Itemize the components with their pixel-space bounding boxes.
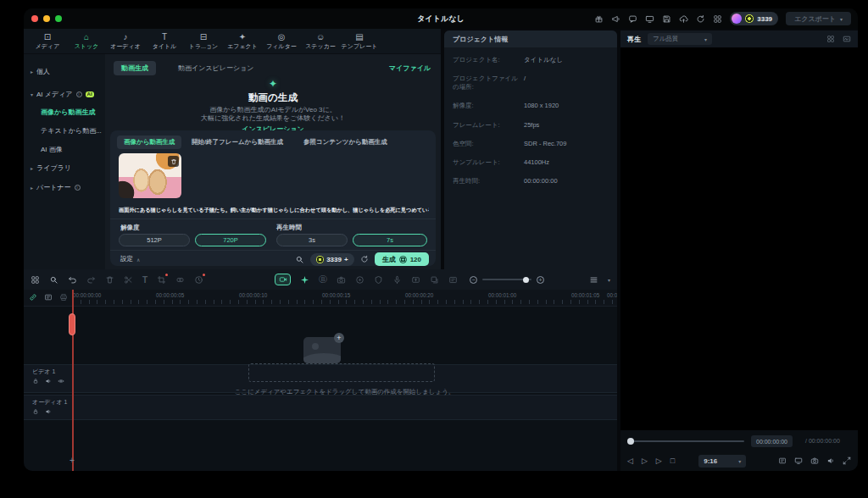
export-button[interactable]: エクスポート ▾ (786, 12, 851, 25)
instant-mode-icon[interactable] (355, 275, 364, 285)
fullscreen-icon[interactable] (843, 456, 851, 465)
sidebar-item-personal[interactable]: ▸個人 (24, 64, 105, 79)
multiview-icon[interactable] (826, 35, 835, 43)
tab-templates[interactable]: ▤テンプレート (341, 30, 378, 53)
eye-icon[interactable] (58, 378, 64, 385)
mute-icon[interactable] (45, 408, 52, 415)
track-height-icon[interactable] (589, 275, 598, 285)
tab-start-end-frame[interactable]: 開始/終了フレームから動画生成 (192, 138, 283, 147)
settings-toggle[interactable]: 設定∧ (120, 255, 140, 263)
audio-track-lane[interactable] (24, 395, 617, 420)
display-icon[interactable] (794, 456, 803, 465)
account-credits-pill[interactable]: 3339 (730, 12, 778, 25)
export-panel-icon[interactable] (411, 275, 420, 285)
shield-icon[interactable] (374, 275, 383, 285)
zoom-in-icon[interactable]: + (537, 276, 544, 284)
crop-icon[interactable] (157, 275, 166, 285)
lock-icon[interactable] (32, 408, 39, 415)
cloud-upload-icon[interactable] (679, 14, 688, 24)
next-frame-button[interactable]: ▷ (656, 456, 662, 465)
sidebar-item-ai-media[interactable]: ▾AI メディアiAI (24, 86, 105, 102)
aspect-ratio-dropdown[interactable]: 9:16▾ (698, 455, 746, 468)
video-record-icon[interactable] (275, 274, 291, 285)
marker-manager-icon[interactable] (44, 293, 53, 302)
mic-icon[interactable] (392, 275, 402, 285)
redo-icon[interactable] (86, 275, 96, 285)
tab-reference-content[interactable]: 参照コンテンツから動画生成 (303, 138, 387, 147)
chevron-down-icon[interactable]: ▾ (608, 277, 610, 283)
volume-icon[interactable] (826, 456, 835, 465)
timeline-zoom-slider[interactable] (482, 279, 531, 280)
generate-button[interactable]: 生成 120 (375, 252, 429, 266)
delete-image-button[interactable] (168, 156, 179, 167)
sidebar-item-library[interactable]: ▸ライブラリ (24, 160, 105, 175)
mark-in-icon[interactable] (778, 456, 787, 465)
my-files-link[interactable]: マイファイル (389, 64, 431, 73)
tab-stickers[interactable]: ☺ステッカー (302, 30, 339, 53)
undo-icon[interactable] (68, 275, 77, 285)
uploaded-image-thumbnail[interactable] (119, 153, 181, 198)
tab-filters[interactable]: ◎フィルター (263, 30, 300, 53)
zoom-out-icon[interactable]: − (470, 276, 477, 284)
tab-media[interactable]: ⊡メディア (29, 30, 66, 53)
media-view-icon[interactable] (31, 275, 40, 285)
camera-icon[interactable] (337, 275, 346, 285)
tab-image-to-video[interactable]: 画像から動画生成 (117, 136, 181, 149)
sync-icon[interactable] (696, 14, 705, 24)
blend-icon[interactable] (175, 275, 185, 285)
feedback-icon[interactable] (628, 14, 637, 24)
gift-icon[interactable] (594, 14, 604, 24)
sidebar-item-ai-image[interactable]: AI 画像 (24, 141, 105, 157)
prompt-preview-icon[interactable] (295, 255, 304, 264)
add-track-button[interactable]: + (70, 456, 75, 465)
zoom-tool-icon[interactable] (49, 275, 58, 285)
resolution-option-720p[interactable]: 720P (195, 234, 266, 246)
snap-link-icon[interactable] (29, 293, 37, 302)
sidebar-item-text-to-video[interactable]: テキストから動画... (24, 123, 105, 138)
tab-audio[interactable]: ♪オーディオ (107, 30, 144, 53)
snapshot-icon[interactable] (810, 456, 819, 465)
refresh-icon[interactable] (360, 255, 369, 263)
lock-icon[interactable] (32, 378, 39, 385)
ripple-icon[interactable] (448, 275, 458, 285)
resolution-option-512p[interactable]: 512P (119, 234, 190, 246)
speed-icon[interactable] (194, 275, 203, 285)
prev-frame-button[interactable]: ◁ (627, 456, 633, 465)
preview-viewport[interactable] (620, 47, 858, 430)
tab-video-inspiration[interactable]: 動画インスピレーション (178, 64, 254, 73)
mute-icon[interactable] (45, 378, 52, 385)
ai-sparkle-icon[interactable] (300, 275, 309, 285)
device-icon[interactable] (645, 14, 654, 24)
timeline-ruler[interactable]: 00:00:00:00 00:00:00:05 00:00:00:10 00:0… (24, 290, 617, 307)
credits-pill[interactable]: 3339 + (310, 253, 353, 266)
layers-icon[interactable] (430, 275, 439, 285)
save-icon[interactable] (662, 14, 671, 24)
duration-option-7s[interactable]: 7s (353, 234, 427, 246)
scrubber-track[interactable] (629, 440, 744, 442)
megaphone-icon[interactable] (611, 14, 620, 24)
media-dropzone[interactable] (248, 363, 435, 382)
stop-button[interactable]: □ (670, 456, 675, 465)
plugin-b-icon[interactable]: Ⓑ (319, 274, 327, 285)
tab-effects[interactable]: ✦エフェクト (224, 30, 261, 53)
current-timecode[interactable]: 00:00:00:00 (751, 435, 793, 447)
tab-stock[interactable]: ⌂ストック (68, 30, 105, 53)
text-tool-icon[interactable]: T (142, 275, 147, 285)
render-preview-icon[interactable] (59, 293, 68, 302)
sidebar-item-partner[interactable]: ▸パートナーi (24, 180, 105, 195)
quality-dropdown[interactable]: フル品質▾ (648, 33, 712, 45)
duration-option-3s[interactable]: 3s (276, 234, 348, 246)
scope-icon[interactable] (843, 35, 851, 43)
playhead-handle[interactable] (69, 313, 75, 335)
tab-titles[interactable]: Tタイトル (146, 30, 183, 53)
delete-icon[interactable] (105, 275, 114, 285)
tab-transitions[interactable]: ⊟トラ...ョン (185, 30, 222, 53)
prompt-text[interactable]: 画面外にある猫じゃらしを見ている子猫たち。飼い主が動かす猫じゃらしに合わせて頭を… (119, 207, 429, 214)
zoom-slider-handle[interactable] (523, 277, 529, 283)
apps-icon[interactable] (713, 14, 722, 24)
split-icon[interactable] (124, 275, 133, 285)
scrubber-handle[interactable] (627, 438, 634, 445)
play-button[interactable]: ▷ (642, 456, 648, 465)
sidebar-item-image-to-video[interactable]: 画像から動画生成 (24, 104, 105, 119)
tab-video-generation[interactable]: 動画生成 (114, 61, 156, 75)
